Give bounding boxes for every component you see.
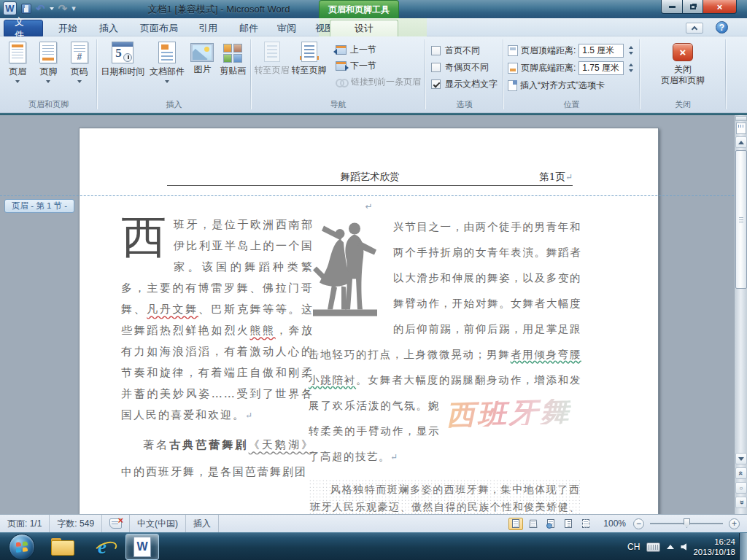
tab-references[interactable]: 引用 [188, 20, 228, 36]
next-section-button[interactable]: 下一节 [331, 58, 425, 74]
show-document-text-option[interactable]: 显示文档文字 [425, 76, 503, 93]
header-button[interactable]: 页眉 [3, 40, 32, 83]
word-app-icon[interactable]: W [3, 1, 17, 15]
scrollbar-thumb[interactable] [735, 150, 747, 289]
group-navigation: 转至页眉 转至页脚 上一节 下一节 链接到前一条页眉 [251, 36, 425, 112]
close-window-button[interactable]: × [703, 0, 737, 14]
web-layout-view-button[interactable] [543, 518, 558, 530]
input-language-indicator[interactable]: CH [627, 542, 640, 552]
picture-button[interactable]: 图片 [188, 40, 216, 83]
qat-customize-icon[interactable]: ▾ [71, 4, 76, 13]
tab-home[interactable]: 开始 [48, 20, 88, 36]
scroll-up-button[interactable] [735, 136, 747, 148]
page-header[interactable]: 舞蹈艺术欣赏 第1页↵ [167, 171, 573, 186]
right-text-column[interactable]: 兴节目之一，由两个徒手的男青年和两个手持折扇的女青年表演。舞蹈者以大滑步和伸展的… [309, 214, 581, 514]
next-section-icon [336, 61, 347, 71]
show-hidden-icons-arrow[interactable] [667, 545, 674, 549]
group-position: 页眉顶端距离: 1.5 厘米 页脚底端距离: 1.75 厘米 插入“对齐方式”选… [503, 36, 640, 112]
word-count[interactable]: 字数: 549 [50, 515, 102, 532]
alignment-tab-icon [508, 80, 517, 91]
goto-footer-button[interactable]: 转至页脚 [290, 40, 328, 90]
system-tray: CH 16:24 2013/10/18 [627, 533, 735, 560]
folder-icon [51, 538, 74, 556]
next-page-button[interactable]: « [735, 497, 747, 508]
keyboard-icon[interactable] [646, 542, 660, 552]
collapse-ribbon-button[interactable] [686, 23, 703, 34]
zoom-level[interactable]: 100% [603, 518, 626, 529]
zoom-in-button[interactable]: + [729, 518, 740, 529]
clipart-button[interactable]: 剪贴画 [217, 40, 248, 83]
insert-alignment-tab-button[interactable]: 插入“对齐方式”选项卡 [503, 77, 640, 94]
vertical-scrollbar[interactable]: « ○ « [734, 115, 747, 514]
insert-mode-indicator[interactable]: 插入 [186, 515, 219, 532]
split-handle[interactable] [735, 116, 747, 121]
tab-insert[interactable]: 插入 [89, 20, 128, 36]
tray-time: 16:24 [693, 537, 735, 547]
quick-parts-button[interactable]: 文档部件 [147, 40, 187, 83]
tab-page-layout[interactable]: 页面布局 [130, 20, 188, 36]
different-odd-even-option[interactable]: 奇偶页不同 [425, 59, 503, 76]
undo-icon[interactable]: ↶ [36, 1, 45, 15]
zoom-slider-thumb[interactable] [684, 518, 690, 528]
wordart-object[interactable]: 西班牙舞 [446, 400, 581, 440]
datetime-button[interactable]: 5 日期和时间 [100, 40, 146, 83]
tab-file[interactable]: 文件 [4, 20, 43, 36]
header-from-top-input[interactable]: 1.5 厘米 [578, 44, 624, 58]
tab-design[interactable]: 设计 [330, 20, 398, 36]
volume-icon[interactable] [681, 543, 686, 551]
taskbar-ie-button[interactable]: e [86, 534, 118, 560]
drop-cap: 西 [121, 214, 174, 257]
ruler-toggle-icon[interactable] [736, 122, 746, 134]
tab-mailings[interactable]: 邮件 [229, 20, 268, 36]
taskbar-explorer-button[interactable] [47, 534, 79, 560]
different-first-page-option[interactable]: 首页不同 [425, 42, 503, 59]
header-title-text[interactable]: 舞蹈艺术欣赏 [167, 171, 573, 184]
footer-button[interactable]: 页脚 [34, 40, 63, 83]
language-indicator[interactable]: 中文(中国) [130, 515, 186, 532]
show-desktop-button[interactable] [739, 533, 747, 560]
help-button[interactable]: ? [716, 21, 728, 34]
tab-review[interactable]: 审阅 [267, 20, 306, 36]
checkbox-unchecked[interactable] [431, 63, 441, 72]
start-button[interactable] [6, 534, 38, 560]
taskbar-word-button-active[interactable]: W [125, 534, 159, 560]
clock[interactable]: 16:24 2013/10/18 [693, 537, 735, 557]
page-number-button[interactable]: # 页码 [65, 40, 94, 83]
zoom-slider-track[interactable] [650, 523, 723, 524]
previous-page-button[interactable]: « [735, 467, 747, 479]
footer-from-bottom-spinner[interactable] [629, 63, 633, 72]
outline-view-button[interactable] [561, 518, 576, 530]
taskbar: e W CH 16:24 2013/10/18 [0, 532, 747, 560]
footer-from-bottom-input[interactable]: 1.75 厘米 [578, 61, 624, 75]
quick-access-toolbar: W ↶ ↷ ▾ [3, 1, 76, 15]
left-text-column[interactable]: 西班牙，是位于欧洲西南部伊比利亚半岛上的一个国家。该国的舞蹈种类繁多，主要的有博… [121, 214, 314, 486]
proofing-status[interactable] [102, 515, 130, 532]
full-screen-reading-view-button[interactable] [526, 518, 541, 530]
draft-view-button[interactable] [578, 518, 593, 530]
group-label: 选项 [425, 99, 503, 110]
undo-dropdown-icon[interactable] [50, 7, 54, 10]
dancing-couple-clipart[interactable] [309, 217, 382, 319]
windows-logo-icon [9, 534, 35, 560]
restore-button[interactable] [683, 0, 703, 14]
page-indicator[interactable]: 页面: 1/1 [0, 515, 50, 532]
header-from-top-spinner[interactable] [629, 46, 633, 55]
group-label: 位置 [503, 99, 640, 110]
select-browse-object-button[interactable]: ○ [735, 482, 747, 494]
goto-header-icon [264, 42, 280, 62]
patterned-paragraph: 风格独特而斑斓多姿的西班牙舞，集中地体现了西班牙人民乐观豪迈、傲然自得的民族个性… [309, 479, 581, 514]
previous-section-button[interactable]: 上一节 [331, 42, 425, 58]
document-page[interactable]: 舞蹈艺术欣赏 第1页↵ ↵ 西班牙，是位于欧洲西南部伊比利亚半岛上的一个国家。该… [79, 128, 659, 514]
checkbox-checked[interactable] [431, 79, 441, 89]
header-page-number[interactable]: 第1页↵ [539, 171, 573, 184]
print-layout-view-button[interactable] [508, 518, 523, 530]
zoom-out-button[interactable]: − [633, 518, 644, 529]
checkbox-unchecked[interactable] [431, 46, 441, 55]
save-icon[interactable] [21, 4, 31, 14]
close-header-footer-button[interactable]: × 关闭 页眉和页脚 [640, 39, 726, 86]
goto-footer-icon [301, 42, 317, 62]
quick-parts-icon [158, 42, 176, 63]
scroll-down-button[interactable] [735, 453, 747, 464]
proofing-error-icon [109, 518, 122, 529]
minimize-button[interactable] [661, 0, 683, 14]
